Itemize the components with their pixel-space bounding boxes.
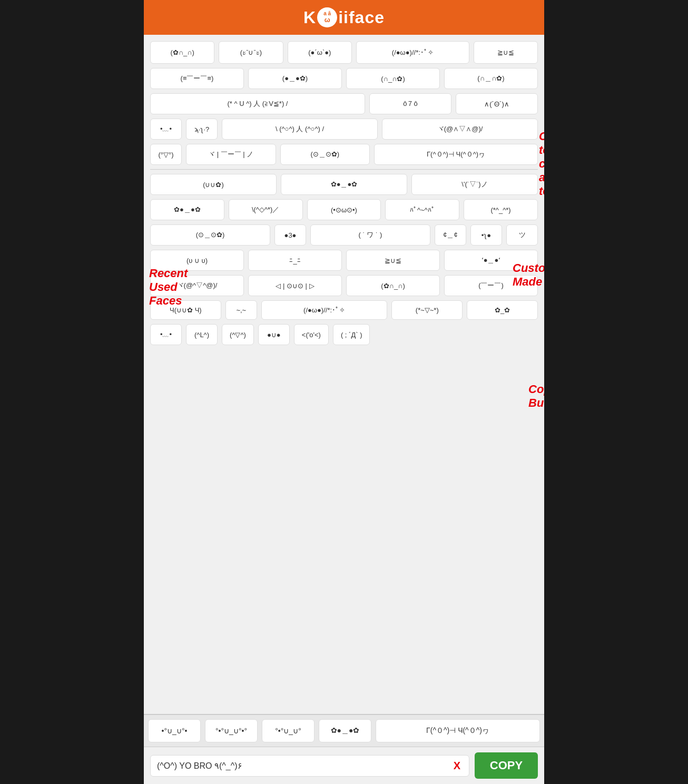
header-title-after: iiface (338, 8, 385, 27)
face-row-7: ✿●＿●✿ \(^◇^*)／ (•⊙ω⊙•) ﾊﾟ^~^ﾊﾟ (*^_^*) (150, 199, 538, 220)
face-btn[interactable]: (^L^) (186, 324, 218, 345)
face-btn[interactable]: ( ; ´Д` ) (333, 324, 370, 345)
face-text-input[interactable] (157, 761, 451, 770)
face-btn[interactable]: (●＿●✿) (248, 68, 342, 89)
face-row-8: (⊙＿⊙✿) ●3● ( ˙ ワ ˙ ) ¢＿¢ •ʅ● ツ (150, 224, 538, 246)
face-row-9: (υ ∪ υ) ﾆ_ﾆ ≧∪≦ ʻ●＿●ʻ (150, 250, 538, 271)
annotation-click-to-copy: Click to copy any text (539, 130, 544, 198)
bottom-face-btn[interactable]: •°∪_∪°• (148, 719, 201, 742)
annotation-copy-buttons: Copy Buttons (528, 383, 544, 410)
face-btn[interactable]: <('o'<) (294, 324, 329, 345)
face-btn[interactable]: ●3● (274, 224, 306, 246)
face-btn[interactable]: (∩＿∩✿) (444, 68, 538, 89)
face-btn[interactable]: ϡ·ʅ·? (186, 119, 218, 140)
bottom-faces-bar: •°∪_∪°• °•°∪_∪°•° °•°∪_∪° ✿●＿●✿ Γ(^０^)⊣ … (144, 714, 544, 747)
face-btn[interactable]: (•⊙ω⊙•) (307, 199, 381, 220)
face-row-6: (∪∪✿) ✿●＿●✿ \'(˙▽˙)ノ (150, 174, 538, 195)
content-area: Click to copy any text Recent Used Faces… (144, 35, 544, 714)
face-btn[interactable]: ≧∪≦ (346, 250, 440, 271)
face-btn[interactable]: (/●ω●)//*:･ﾟ✧ (356, 41, 469, 64)
face-btn[interactable]: •﹏• (150, 119, 182, 140)
face-btn[interactable]: (⊙＿⊙✿) (280, 144, 370, 165)
face-btn[interactable]: ∧(´Θ´)∧ (456, 93, 538, 114)
face-btn[interactable]: ﾊﾟ^~^ﾊﾟ (385, 199, 459, 220)
face-btn[interactable]: ヾ(@∧▽∧@)/ (382, 119, 538, 140)
face-row-10: ヾ(@^▽^@)/ ◁ | ⊙∪⊙ | ▷ (✿∩_∩) (￣ー￣) (150, 275, 538, 296)
face-btn[interactable]: ✿_✿ (467, 300, 538, 320)
face-btn[interactable]: (^▽^) (222, 324, 254, 345)
face-row-12: •﹏• (^L^) (^▽^) ●∪● <('o'<) ( ; ´Д` ) (150, 324, 538, 345)
face-btn[interactable]: (/●ω●)//*:･ﾟ✧ (261, 300, 388, 320)
face-row-3: (* ^ U ^) 人 (≧V≦*) / ô７ô ∧(´Θ´)∧ (150, 93, 538, 114)
face-btn[interactable]: ¢＿¢ (435, 224, 466, 246)
face-btn[interactable]: (ะˉ∪ˉะ) (219, 41, 283, 64)
header-logo: a ā ω (317, 7, 337, 27)
face-btn[interactable]: ô７ô (369, 93, 451, 114)
input-wrapper: X (150, 755, 469, 777)
face-btn[interactable]: ( ˙ ワ ˙ ) (310, 224, 430, 246)
face-btn[interactable]: (✿∩_∩) (346, 275, 440, 296)
face-btn[interactable]: •﹏• (150, 324, 182, 345)
app-container: K a ā ω iiface Click to copy any text Re… (144, 0, 544, 784)
face-btn[interactable]: (●´ω`●) (288, 41, 352, 64)
face-btn[interactable]: (°▽°) (150, 144, 182, 165)
face-btn[interactable]: (*^_^*) (464, 199, 538, 220)
face-btn[interactable]: \ (^○^) 人 (^○^) / (222, 119, 378, 140)
face-row-11: Ч(∪∪✿ Ч) ~,~ (/●ω●)//*:･ﾟ✧ (*~▽~*) ✿_✿ (150, 300, 538, 320)
copy-button[interactable]: COPY (475, 752, 538, 779)
face-btn[interactable]: ✿●＿●✿ (150, 199, 224, 220)
face-btn[interactable]: ﾆ_ﾆ (248, 250, 342, 271)
face-btn[interactable]: •ʅ● (470, 224, 502, 246)
clear-button[interactable]: X (451, 760, 463, 772)
face-btn[interactable]: ヾ | ￣ー￣ | ノ (186, 144, 276, 165)
face-btn[interactable]: ~,~ (225, 300, 257, 320)
header-title-before: K (303, 8, 316, 27)
face-btn[interactable]: ʻ●＿●ʻ (444, 250, 538, 271)
face-btn[interactable]: ◁ | ⊙∪⊙ | ▷ (248, 275, 342, 296)
face-btn[interactable]: ヾ(@^▽^@)/ (150, 275, 244, 296)
face-row-5: (°▽°) ヾ | ￣ー￣ | ノ (⊙＿⊙✿) Γ(^０^)⊣ Ч(^０^)ヮ (150, 144, 538, 165)
face-btn[interactable]: (∪∪✿) (150, 174, 277, 195)
face-btn[interactable]: ツ (506, 224, 538, 246)
face-btn[interactable]: ●∪● (258, 324, 290, 345)
divider (150, 169, 538, 170)
face-btn[interactable]: (*~▽~*) (391, 300, 463, 320)
face-btn[interactable]: (* ^ U ^) 人 (≧V≦*) / (150, 93, 365, 114)
bottom-face-btn[interactable]: °•°∪_∪°•° (205, 719, 258, 742)
face-btn[interactable]: ✿●＿●✿ (281, 174, 407, 195)
face-btn[interactable]: (￣ー￣) (444, 275, 538, 296)
face-btn[interactable]: \(^◇^*)／ (229, 199, 303, 220)
face-btn[interactable]: (≡￣ー￣≡) (150, 68, 244, 89)
face-btn[interactable]: ≧∪≦ (474, 41, 538, 64)
bottom-face-btn[interactable]: Γ(^０^)⊣ Ч(^０^)ヮ (376, 719, 540, 742)
bottom-face-btn[interactable]: °•°∪_∪° (262, 719, 314, 742)
face-row-4: •﹏• ϡ·ʅ·? \ (^○^) 人 (^○^) / ヾ(@∧▽∧@)/ (150, 119, 538, 140)
header: K a ā ω iiface (144, 0, 544, 35)
face-btn[interactable]: \'(˙▽˙)ノ (411, 174, 538, 195)
face-btn[interactable]: (υ ∪ υ) (150, 250, 244, 271)
face-btn[interactable]: Γ(^０^)⊣ Ч(^０^)ヮ (374, 144, 538, 165)
face-btn[interactable]: (✿∩_∩) (150, 41, 214, 64)
input-bar: X COPY (144, 747, 544, 784)
face-btn[interactable]: Ч(∪∪✿ Ч) (150, 300, 221, 320)
bottom-face-btn[interactable]: ✿●＿●✿ (319, 719, 371, 742)
face-btn[interactable]: (⊙＿⊙✿) (150, 224, 270, 246)
face-row-1: (✿∩_∩) (ะˉ∪ˉะ) (●´ω`●) (/●ω●)//*:･ﾟ✧ ≧∪≦ (150, 41, 538, 64)
face-row-2: (≡￣ー￣≡) (●＿●✿) (∩_∩✿) (∩＿∩✿) (150, 68, 538, 89)
face-btn[interactable]: (∩_∩✿) (346, 68, 440, 89)
